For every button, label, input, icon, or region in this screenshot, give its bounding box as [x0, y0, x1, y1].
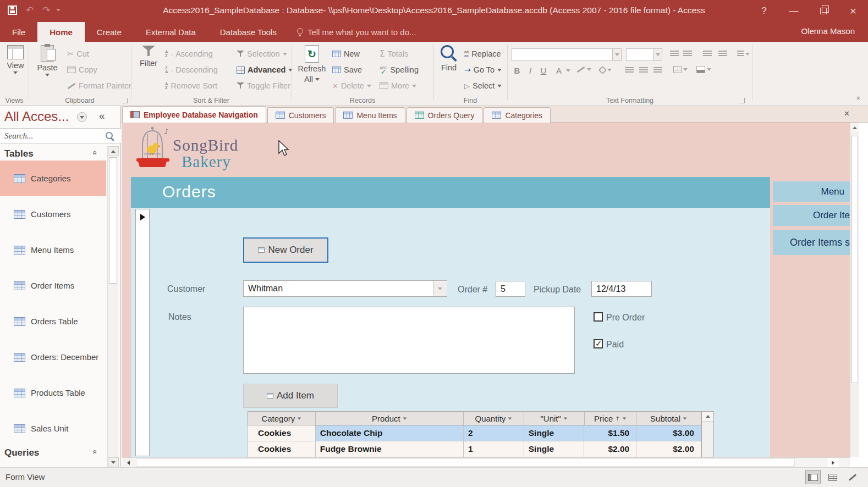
side-nav-button[interactable]: Menu [773, 181, 850, 202]
view-button[interactable]: View [4, 45, 26, 74]
horizontal-scrollbar[interactable] [122, 457, 850, 467]
scrollbar-thumb[interactable] [109, 157, 117, 284]
text-direction-icon[interactable] [737, 51, 750, 57]
table-row[interactable]: Cookies Fudge Brownie 1 Single $2.00 $2.… [248, 441, 701, 457]
document-tab[interactable]: Employee Database Navigation [122, 106, 266, 123]
align-center-icon[interactable] [639, 67, 648, 74]
replace-button[interactable]: abac Replace [464, 47, 501, 60]
cell-product[interactable]: Chocolate Chip [316, 425, 464, 441]
cut-button[interactable]: ✂ Cut [67, 47, 89, 60]
table-row[interactable]: Cookies Chocolate Chip 2 Single $1.50 $3… [248, 425, 701, 441]
tab-database-tools[interactable]: Database Tools [208, 22, 289, 42]
filter-dropdown-icon[interactable] [508, 417, 512, 419]
nav-table-item[interactable]: Order Items [0, 268, 106, 303]
nav-pane-menu-button[interactable] [77, 112, 87, 122]
document-tab[interactable]: Categories [484, 107, 551, 123]
side-nav-button[interactable]: Order Items s [773, 230, 850, 255]
remove-sort-button[interactable]: AZ Remove Sort [165, 79, 217, 92]
search-icon[interactable] [106, 132, 114, 141]
font-name-input[interactable] [512, 48, 622, 61]
filter-dropdown-icon[interactable] [403, 417, 406, 419]
filter-button[interactable]: Filter [136, 45, 161, 68]
more-button[interactable]: More [380, 79, 416, 92]
cell-price[interactable]: $1.50 [584, 425, 636, 441]
copy-button[interactable]: Copy [67, 63, 97, 76]
save-record-button[interactable]: Save [332, 63, 362, 76]
filter-dropdown-icon[interactable] [683, 417, 686, 419]
ascending-button[interactable]: AZ↓ Ascending [165, 47, 213, 60]
underline-button[interactable]: U [538, 66, 549, 75]
increase-indent-icon[interactable] [718, 51, 727, 57]
collapse-group-icon[interactable] [90, 151, 98, 155]
column-header[interactable]: "Unit" ↑ [524, 412, 585, 425]
align-left-icon[interactable] [625, 67, 634, 74]
order-number-field[interactable]: 5 [496, 281, 525, 297]
preorder-checkbox[interactable] [594, 312, 603, 322]
help-button[interactable]: ? [749, 0, 779, 22]
tab-file[interactable]: File [0, 22, 37, 42]
tab-home[interactable]: Home [37, 22, 85, 42]
refresh-all-button[interactable]: ↻ Refresh All [296, 45, 328, 84]
record-selector-bar[interactable] [135, 209, 150, 456]
select-button[interactable]: ▷ Select [464, 79, 502, 92]
find-button[interactable]: Find [437, 45, 461, 72]
scrollbar-thumb[interactable] [851, 136, 858, 383]
side-nav-button[interactable]: Order Ite [773, 205, 850, 226]
column-header[interactable]: Category ↑ [248, 412, 316, 425]
search-box[interactable]: Search... [0, 128, 121, 143]
tables-section-header[interactable]: Tables [0, 146, 106, 161]
shutter-bar-close-button[interactable] [99, 110, 105, 122]
pickup-date-field[interactable]: 12/4/13 [591, 281, 652, 297]
totals-button[interactable]: Σ Totals [380, 47, 408, 60]
text-formatting-dialog-launcher-icon[interactable] [739, 98, 745, 103]
goto-button[interactable]: → Go To [464, 63, 502, 76]
scroll-right-icon[interactable] [827, 458, 839, 467]
tab-create[interactable]: Create [85, 22, 134, 42]
advanced-button[interactable]: Advanced [237, 63, 293, 76]
cell-category[interactable]: Cookies [248, 441, 316, 457]
scrollbar-thumb[interactable] [136, 458, 795, 467]
paste-button[interactable]: Paste [35, 45, 59, 76]
nav-table-item[interactable]: Orders Table [0, 303, 106, 339]
cell-quantity[interactable]: 2 [464, 425, 524, 441]
design-view-button[interactable] [845, 470, 860, 484]
filter-dropdown-icon[interactable] [622, 417, 625, 419]
nav-pane-title[interactable]: All Acces... [4, 109, 69, 124]
collapse-ribbon-icon[interactable]: » [854, 96, 862, 101]
nav-table-item[interactable]: Orders: December [0, 339, 106, 375]
close-button[interactable]: × [838, 0, 868, 22]
nav-table-item[interactable]: Categories [0, 161, 106, 196]
tab-external-data[interactable]: External Data [134, 22, 208, 42]
font-color-button[interactable]: A [553, 66, 570, 75]
new-order-button[interactable]: New Order [243, 237, 328, 263]
cell-subtotal[interactable]: $3.00 [636, 425, 701, 441]
scroll-up-icon[interactable] [108, 146, 119, 156]
new-record-button[interactable]: New [332, 47, 360, 60]
table-scrollbar[interactable] [701, 411, 714, 457]
user-account-name[interactable]: Olenna Mason [801, 26, 855, 36]
column-header[interactable]: Quantity ↑ [464, 412, 524, 425]
nav-table-item[interactable]: Products Table [0, 375, 106, 411]
column-header[interactable]: Subtotal ↑ [636, 412, 701, 425]
cell-product[interactable]: Fudge Brownie [316, 441, 464, 457]
italic-button[interactable]: I [525, 66, 536, 75]
nav-table-item[interactable]: Sales Unit [0, 411, 106, 446]
cell-quantity[interactable]: 1 [464, 441, 524, 457]
combo-dropdown-button[interactable] [433, 281, 446, 296]
cell-price[interactable]: $2.00 [584, 441, 636, 457]
document-tab[interactable]: Menu Items [335, 107, 405, 123]
fill-color-icon[interactable] [600, 67, 612, 73]
search-input[interactable]: Search... [4, 131, 33, 141]
scroll-up-icon[interactable] [702, 412, 713, 422]
scroll-up-icon[interactable] [850, 123, 859, 132]
bold-button[interactable]: B [512, 66, 523, 75]
gridlines-icon[interactable] [673, 66, 688, 73]
filter-dropdown-icon[interactable] [564, 417, 567, 419]
filter-dropdown-icon[interactable] [298, 417, 301, 419]
notes-field[interactable] [243, 307, 575, 374]
highlight-color-icon[interactable] [576, 68, 591, 71]
numbering-icon[interactable] [683, 51, 692, 57]
cell-category[interactable]: Cookies [248, 425, 316, 441]
spelling-button[interactable]: ABC✓ Spelling [380, 63, 419, 76]
nav-pane-scrollbar[interactable] [107, 146, 118, 467]
